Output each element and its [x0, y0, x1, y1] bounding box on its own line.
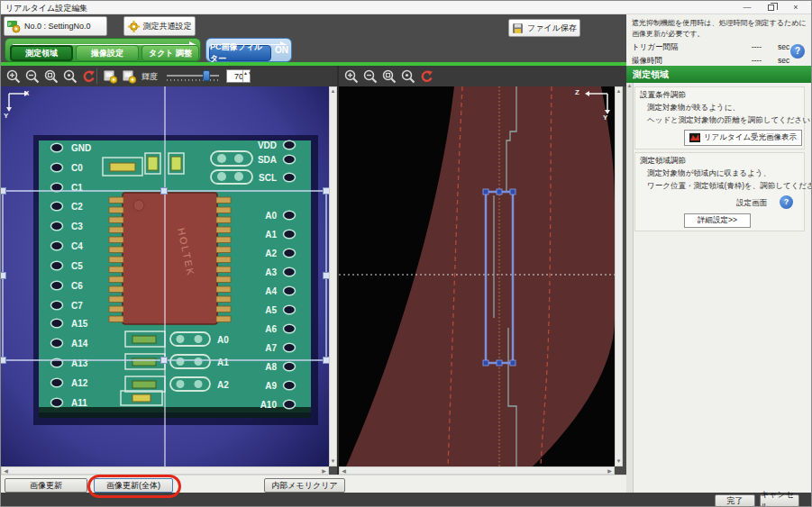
left-view-vscrollbar[interactable]: ▲▼: [329, 86, 337, 466]
zoom-in-icon[interactable]: [5, 68, 22, 85]
pc-image-filter-state: ON: [275, 45, 288, 55]
window-title: リアルタイム設定編集: [5, 3, 87, 14]
maximize-icon: [768, 5, 774, 11]
setting-no-button[interactable]: P No.0 : SettingNo.0: [4, 16, 107, 36]
tab-takt-adjust[interactable]: タクト 調整: [141, 45, 199, 61]
install-condition-section: 設置条件調節 測定対象物が映るように、 ヘッドと測定対象物の距離を調節してくださ…: [634, 86, 805, 149]
svg-text:A5: A5: [265, 305, 277, 315]
measure-area-section: 測定領域調節 測定対象物が領域内に収まるよう、 ワーク位置・測定領域(青枠)を、…: [634, 152, 805, 231]
section1-line2: ヘッドと測定対象物の距離を調節してください: [647, 115, 810, 126]
titlebar: リアルタイム設定編集 — ×: [1, 1, 812, 14]
side-panel-header: 測定領域: [626, 66, 812, 83]
setting-no-label: No.0 : SettingNo.0: [24, 22, 91, 31]
zoom-actual-icon[interactable]: [61, 68, 78, 85]
svg-text:A1: A1: [217, 358, 229, 367]
file-save-label: ファイル保存: [527, 23, 577, 34]
trigger-interval-value: ----: [734, 42, 762, 51]
region-handle[interactable]: [1, 188, 6, 195]
region-handle[interactable]: [1, 358, 6, 364]
right-view-vscrollbar[interactable]: ▲▼: [615, 86, 623, 466]
section1-title: 設置条件調節: [640, 90, 686, 101]
section2-line2: ワーク位置・測定領域(青枠)を、調節してください: [647, 181, 812, 192]
imaging-time-unit: sec: [778, 56, 789, 65]
zy-axis-icon: [580, 88, 613, 126]
close-button[interactable]: ×: [784, 1, 807, 14]
maximize-button[interactable]: [759, 1, 782, 14]
svg-text:A11: A11: [71, 398, 87, 408]
side-panel-scrollbar[interactable]: ▲: [626, 83, 634, 493]
side-panel: 遮光抑制機能を使用時は、処理時間を測定するために 画像更新が必要です。 トリガー…: [626, 14, 812, 493]
detail-settings-button[interactable]: 詳細設定>>: [684, 213, 751, 228]
brightness-slider-ticks: [167, 79, 219, 81]
realtime-setting-editor-window: リアルタイム設定編集 — × P No.0 : SettingNo.0 測定共通…: [0, 0, 812, 507]
trigger-interval-label: トリガー間隔: [632, 42, 679, 53]
svg-text:A2: A2: [217, 380, 229, 390]
pc-image-filter-button[interactable]: PC画像フィルター: [209, 45, 271, 61]
right-view-toolbar: [339, 66, 626, 86]
svg-text:C2: C2: [71, 202, 83, 212]
brightness-slider-handle[interactable]: [203, 70, 210, 81]
zoom-fit-icon[interactable]: [42, 68, 59, 85]
section2-line1: 測定対象物が領域内に収まるよう、: [647, 168, 771, 179]
zoom-fit-icon[interactable]: [380, 68, 397, 85]
spinner-arrows[interactable]: ▲▼: [242, 70, 250, 82]
svg-text:C7: C7: [71, 301, 83, 311]
z-axis-label: Z: [575, 88, 579, 96]
svg-text:A7: A7: [265, 343, 277, 353]
left-view-hscrollbar[interactable]: ◀▶: [1, 466, 329, 475]
file-save-button[interactable]: ファイル保存: [508, 19, 580, 37]
help-icon-2[interactable]: ?: [780, 195, 793, 209]
section2-title: 測定領域調節: [640, 156, 686, 167]
realtime-light-image-button[interactable]: リアルタイム受光画像表示: [684, 130, 802, 146]
brightness-slider-track[interactable]: [167, 75, 219, 77]
zoom-actual-icon[interactable]: [399, 68, 416, 85]
svg-text:A10: A10: [260, 400, 278, 410]
gear-icon: [128, 21, 140, 32]
svg-text:SCL: SCL: [259, 173, 277, 183]
pc-image-filter-group: PC画像フィルター ON: [205, 38, 292, 62]
profile-view[interactable]: Z Y: [339, 86, 615, 466]
section1-line1: 測定対象物が映るように、: [647, 103, 740, 113]
help-icon[interactable]: ?: [790, 44, 805, 59]
realtime-light-image-label: リアルタイム受光画像表示: [704, 132, 797, 143]
svg-text:A13: A13: [71, 358, 88, 368]
region-handle[interactable]: [161, 358, 168, 364]
svg-text:C3: C3: [71, 222, 83, 231]
memory-clear-button[interactable]: 内部メモリクリア: [264, 478, 345, 493]
refresh-icon[interactable]: [418, 68, 435, 85]
camera-image-view[interactable]: GNDC0C1C2C3C4C5C6C7A15A14A13A12A11VDDSDA…: [1, 86, 329, 466]
minimize-button[interactable]: —: [735, 1, 759, 14]
refresh-icon[interactable]: [80, 68, 97, 85]
image-update-button[interactable]: 画像更新: [5, 478, 87, 493]
done-button[interactable]: 完了: [715, 494, 755, 507]
save-image-all-icon[interactable]: [121, 68, 138, 85]
brightness-value: 70: [229, 72, 243, 81]
zoom-out-icon[interactable]: [23, 68, 41, 85]
toolbar-separator: [96, 68, 97, 84]
zoom-out-icon[interactable]: [361, 68, 379, 85]
svg-text:A2: A2: [265, 249, 277, 258]
tab-measure-area[interactable]: 測定領域: [10, 45, 73, 61]
region-handle[interactable]: [161, 188, 168, 195]
svg-text:GND: GND: [71, 143, 91, 153]
cancel-button[interactable]: キャンセル: [760, 494, 799, 507]
common-settings-label: 測定共通設定: [143, 21, 192, 32]
svg-text:C0: C0: [71, 163, 83, 173]
region-handle[interactable]: [1, 273, 6, 279]
setup-step-tabs: 測定領域 撮像設定 タクト 調整: [5, 38, 201, 62]
zoom-in-icon[interactable]: [342, 68, 360, 85]
right-view-hscrollbar[interactable]: ◀▶: [339, 466, 615, 475]
svg-text:A1: A1: [265, 230, 277, 240]
svg-text:SDA: SDA: [258, 155, 277, 165]
svg-text:VDD: VDD: [258, 140, 277, 150]
svg-text:A6: A6: [265, 324, 277, 334]
svg-text:C6: C6: [71, 281, 83, 291]
brightness-spinner[interactable]: 70 ▲▼: [226, 69, 251, 83]
tab-imaging-settings[interactable]: 撮像設定: [76, 45, 139, 61]
svg-text:A14: A14: [71, 339, 88, 349]
save-image-icon[interactable]: [102, 68, 119, 85]
svg-text:A0: A0: [217, 335, 229, 345]
brightness-label: 輝度: [141, 71, 158, 83]
common-settings-button[interactable]: 測定共通設定: [123, 16, 196, 36]
svg-text:A3: A3: [265, 267, 277, 277]
